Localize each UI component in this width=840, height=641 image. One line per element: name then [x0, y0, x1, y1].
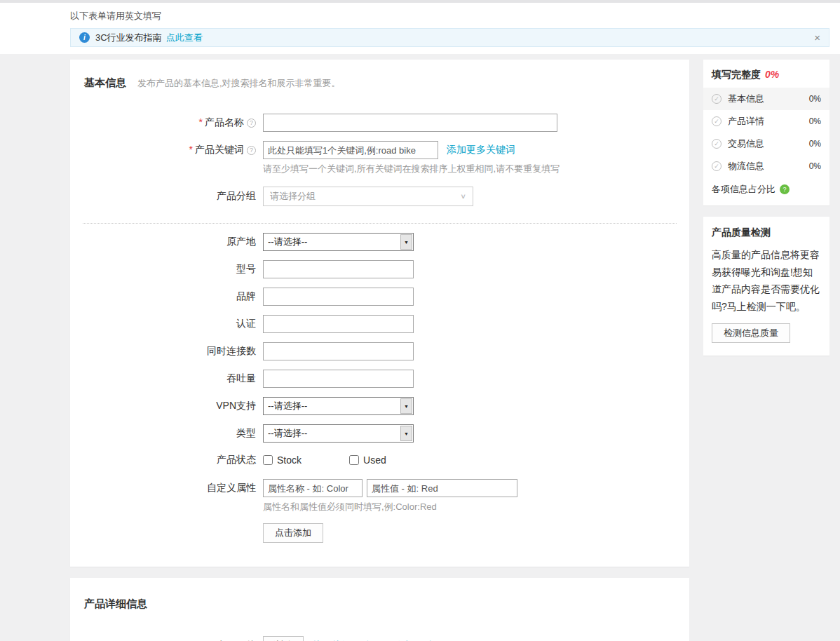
- product-image-row: *产品图片 浏览 从图片银行选取 | 全部删除: [70, 636, 689, 641]
- keyword-input[interactable]: [263, 141, 438, 159]
- keyword-label-text: 产品关键词: [195, 144, 244, 155]
- origin-label: 原产地: [70, 236, 256, 248]
- model-label: 型号: [70, 263, 256, 276]
- required-mark: *: [199, 116, 203, 128]
- score-ratio-row: 各项信息占分比 ?: [703, 177, 829, 196]
- connections-row: 同时连接数: [70, 342, 689, 360]
- product-name-label-text: 产品名称: [205, 116, 244, 128]
- sidebar: 填写完整度0% ✓ 基本信息 0% ✓ 产品详情 0% ✓ 交易信息 0% ✓ …: [703, 60, 829, 367]
- certification-input[interactable]: [263, 315, 414, 333]
- group-select-value: 请选择分组: [270, 190, 316, 203]
- required-mark: *: [189, 144, 193, 155]
- add-attribute-button[interactable]: 点击添加: [263, 523, 323, 543]
- close-icon[interactable]: ×: [814, 32, 820, 43]
- vpn-label: VPN支持: [70, 400, 256, 412]
- industry-guide-banner: i 3C行业发布指南 点此查看 ×: [70, 28, 829, 47]
- vpn-select-value: --请选择--: [264, 400, 400, 412]
- custom-attr-help-text: 属性名和属性值必须同时填写,例:Color:Red: [263, 501, 689, 513]
- stock-checkbox-option[interactable]: Stock: [263, 454, 302, 466]
- attr-name-input[interactable]: [263, 479, 363, 497]
- completeness-title-text: 填写完整度: [712, 69, 761, 80]
- completeness-card: 填写完整度0% ✓ 基本信息 0% ✓ 产品详情 0% ✓ 交易信息 0% ✓ …: [703, 60, 829, 205]
- throughput-label: 吞吐量: [70, 372, 256, 385]
- quality-check-button[interactable]: 检测信息质量: [712, 323, 790, 343]
- status-row: 产品状态 Stock Used: [70, 454, 689, 466]
- help-icon[interactable]: ?: [247, 119, 256, 128]
- add-keyword-link[interactable]: 添加更多关键词: [447, 144, 515, 156]
- stock-checkbox-label: Stock: [277, 454, 302, 466]
- check-circle-icon: ✓: [712, 94, 722, 104]
- sidebar-item-basic-info[interactable]: ✓ 基本信息 0%: [703, 88, 829, 110]
- quality-card-title: 产品质量检测: [712, 227, 821, 239]
- custom-attr-row: 自定义属性: [70, 479, 689, 497]
- connections-label: 同时连接数: [70, 345, 256, 358]
- keyword-help-text: 请至少填写一个关键词,所有关键词在搜索排序上权重相同,请不要重复填写: [263, 163, 689, 175]
- detail-section-title: 产品详细信息: [84, 598, 147, 609]
- used-checkbox[interactable]: [349, 455, 359, 465]
- group-select[interactable]: 请选择分组 ∨: [263, 187, 473, 206]
- keyword-label: *产品关键词?: [70, 144, 256, 156]
- help-icon[interactable]: ?: [247, 146, 256, 155]
- browse-button[interactable]: 浏览: [263, 636, 304, 641]
- type-row: 类型 --请选择-- ▼: [70, 424, 689, 443]
- dropdown-arrow-icon: ▼: [400, 398, 412, 414]
- main-column: 基本信息 发布产品的基本信息,对搜索排名和展示非常重要。 *产品名称? *产品关…: [70, 60, 689, 641]
- product-name-input[interactable]: [263, 114, 557, 132]
- banner-title: 3C行业发布指南: [95, 32, 162, 44]
- page-header: 以下表单请用英文填写 i 3C行业发布指南 点此查看 ×: [0, 3, 840, 54]
- custom-attr-label: 自定义属性: [70, 482, 256, 494]
- sidebar-item-label: 交易信息: [728, 137, 764, 150]
- group-row: 产品分组 请选择分组 ∨: [70, 187, 689, 206]
- completeness-percent: 0%: [765, 69, 779, 80]
- form-language-note: 以下表单请用英文填写: [70, 7, 840, 28]
- sidebar-item-value: 0%: [809, 161, 821, 171]
- sidebar-item-logistics-info[interactable]: ✓ 物流信息 0%: [703, 155, 829, 177]
- type-select[interactable]: --请选择-- ▼: [263, 424, 414, 443]
- basic-section-title: 基本信息: [84, 76, 126, 88]
- sidebar-item-value: 0%: [809, 94, 821, 104]
- sidebar-item-value: 0%: [809, 116, 821, 126]
- basic-info-card: 基本信息 发布产品的基本信息,对搜索排名和展示非常重要。 *产品名称? *产品关…: [70, 60, 689, 567]
- detail-section-header: 产品详细信息: [70, 598, 689, 611]
- info-icon: i: [79, 32, 90, 43]
- basic-section-subtitle: 发布产品的基本信息,对搜索排名和展示非常重要。: [137, 78, 341, 88]
- sidebar-item-label: 基本信息: [728, 93, 764, 105]
- model-input[interactable]: [263, 260, 414, 278]
- section-divider: [83, 223, 677, 224]
- attr-value-input[interactable]: [367, 479, 517, 497]
- banner-view-link[interactable]: 点此查看: [166, 32, 203, 44]
- certification-label: 认证: [70, 318, 256, 330]
- product-name-row: *产品名称?: [70, 114, 689, 132]
- product-name-label: *产品名称?: [70, 116, 256, 129]
- sidebar-item-value: 0%: [809, 139, 821, 149]
- vpn-select[interactable]: --请选择-- ▼: [263, 397, 414, 415]
- check-circle-icon: ✓: [712, 116, 722, 126]
- origin-select[interactable]: --请选择-- ▼: [263, 233, 414, 251]
- brand-input[interactable]: [263, 288, 414, 306]
- page-content: 基本信息 发布产品的基本信息,对搜索排名和展示非常重要。 *产品名称? *产品关…: [70, 60, 840, 641]
- type-select-value: --请选择--: [264, 427, 400, 440]
- vpn-row: VPN支持 --请选择-- ▼: [70, 397, 689, 415]
- throughput-input[interactable]: [263, 370, 414, 388]
- connections-input[interactable]: [263, 342, 414, 360]
- brand-label: 品牌: [70, 290, 256, 303]
- origin-select-value: --请选择--: [264, 236, 400, 248]
- sidebar-item-trade-info[interactable]: ✓ 交易信息 0%: [703, 133, 829, 155]
- model-row: 型号: [70, 260, 689, 278]
- certification-row: 认证: [70, 315, 689, 333]
- status-label: 产品状态: [70, 454, 256, 466]
- sidebar-item-product-detail[interactable]: ✓ 产品详情 0%: [703, 110, 829, 133]
- chevron-down-icon: ∨: [460, 192, 466, 200]
- completeness-title: 填写完整度0%: [703, 69, 829, 88]
- quality-check-card: 产品质量检测 高质量的产品信息将更容易获得曝光和询盘!想知道产品内容是否需要优化…: [703, 217, 829, 356]
- basic-section-header: 基本信息 发布产品的基本信息,对搜索排名和展示非常重要。: [70, 76, 689, 90]
- check-circle-icon: ✓: [712, 161, 722, 171]
- throughput-row: 吞吐量: [70, 370, 689, 388]
- used-checkbox-option[interactable]: Used: [349, 454, 386, 466]
- keyword-row: *产品关键词? 添加更多关键词: [70, 141, 689, 159]
- product-detail-card: 产品详细信息 *产品图片 浏览 从图片银行选取 | 全部删除 单张不超过3M,支…: [70, 578, 689, 641]
- stock-checkbox[interactable]: [263, 455, 273, 465]
- dropdown-arrow-icon: ▼: [400, 234, 412, 250]
- origin-row: 原产地 --请选择-- ▼: [70, 233, 689, 251]
- question-icon[interactable]: ?: [780, 184, 790, 194]
